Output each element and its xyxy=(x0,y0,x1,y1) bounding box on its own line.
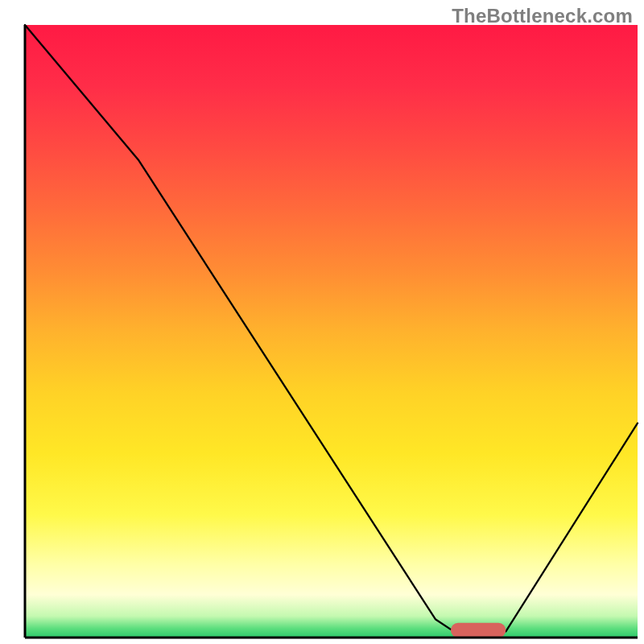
chart-container: TheBottleneck.com xyxy=(0,0,644,644)
optimal-range-marker xyxy=(451,623,506,638)
watermark-label: TheBottleneck.com xyxy=(452,5,633,27)
chart-background xyxy=(25,25,638,638)
bottleneck-chart xyxy=(0,0,644,644)
